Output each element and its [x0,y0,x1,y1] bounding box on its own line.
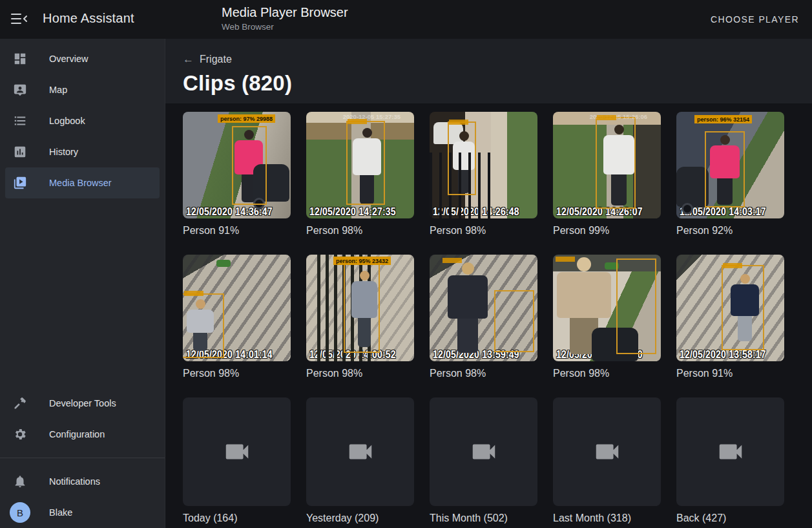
panel-subtitle: Web Browser [222,22,348,32]
clip-tile[interactable]: 2020-12-05 15:26:06 12/05/2020 14:26:07 … [553,112,661,237]
clip-tile[interactable]: person: 96% 32154 12/05/2020 14:03:17 Pe… [676,112,784,237]
clip-caption: Person 98% [183,367,291,380]
detection-bbox [232,126,267,205]
breadcrumb-back-link[interactable]: ← Frigate [183,53,232,66]
detection-label-small [348,119,367,124]
videocam-icon [346,437,375,467]
breadcrumb-label: Frigate [200,54,232,65]
clip-tile[interactable]: 12/05/2020 14:01:14 Person 98% [183,255,291,380]
folder-thumbnail [553,397,661,506]
choose-player-button[interactable]: CHOOSE PLAYER [711,0,799,39]
media-browser-panel: ← Frigate Clips (820) person: 97% 29988 … [165,39,812,528]
person-figure [448,262,488,353]
detection-label-small [184,291,203,296]
media-grid: person: 97% 29988 12/05/2020 14:36:47 Pe… [183,112,812,525]
detection-bbox [346,121,385,205]
folder-tile-last-month[interactable]: Last Month (318) [553,397,661,525]
videocam-icon [469,437,499,467]
sidebar-item-developer-tools[interactable]: Developer Tools [5,388,160,419]
sidebar-item-label: Overview [49,54,88,64]
sidebar-item-history[interactable]: History [5,136,160,167]
folder-tile-this-month[interactable]: This Month (502) [430,397,537,525]
sidebar-item-user-profile[interactable]: B Blake [5,497,160,528]
sidebar-item-map[interactable]: Map [5,74,160,105]
folder-thumbnail [676,397,784,506]
detection-bbox [596,117,636,209]
clip-caption: Person 98% [306,367,414,380]
sidebar-divider [0,458,165,458]
sidebar-toggle-button[interactable] [9,10,28,28]
clip-thumbnail: person: 97% 29988 12/05/2020 14:36:47 [183,112,291,218]
sidebar-item-media-browser[interactable]: Media Browser [5,167,160,198]
avatar: B [10,502,30,523]
sidebar-item-label: Blake [49,507,72,518]
clip-tile[interactable]: person: 97% 29988 12/05/2020 14:36:47 Pe… [183,112,291,237]
detection-label-small [442,258,462,263]
clip-thumbnail: 2020-12-05 15:26:06 12/05/2020 14:26:07 [553,112,661,218]
folder-label: This Month (502) [430,512,537,525]
clip-caption: Person 98% [306,224,414,237]
back-arrow-icon: ← [183,53,194,66]
bell-icon [12,474,28,489]
detection-bbox [344,262,380,353]
sidebar-item-label: Notifications [49,476,100,487]
app-header: Home Assistant Media Player Browser Web … [0,0,812,39]
videocam-icon [222,437,252,467]
sidebar-item-notifications[interactable]: Notifications [5,466,160,497]
detection-label-small [597,115,616,120]
clip-tile[interactable]: 2020-12-05 15:27:35 12/05/2020 14:27:35 … [306,112,414,237]
sidebar-item-label: Map [49,85,67,95]
app-title: Home Assistant [43,11,134,26]
detection-label-small [723,263,742,268]
menu-toggle-icon [10,11,28,26]
folder-label: Today (164) [183,512,291,525]
gear-icon [12,427,28,442]
folder-label: Back (427) [676,512,784,525]
clip-thumbnail: 12/05/2020 13:58:30 [553,255,661,361]
detection-label-small [556,257,575,262]
clip-tile[interactable]: 12/05/2020 14:26:48 Person 98% [430,112,537,237]
folder-tile-yesterday[interactable]: Yesterday (209) [306,397,414,525]
clip-tile[interactable]: 12/05/2020 13:59:49 Person 98% [430,255,537,380]
clip-tile[interactable]: 12/05/2020 13:58:17 Person 91% [676,255,784,380]
sidebar-item-label: Developer Tools [49,398,116,408]
list-bulleted-icon [12,113,28,129]
detection-label: person: 97% 29988 [218,114,275,123]
sidebar-spacer [0,198,165,388]
folder-thumbnail [306,397,414,506]
clip-caption: Person 99% [553,224,661,237]
clip-tile[interactable]: person: 95% 23432 12/05/2020 14:00:52 Pe… [306,255,414,380]
detection-bbox [616,259,656,354]
clip-thumbnail: 12/05/2020 13:59:49 [430,255,537,361]
panel-title: Media Player Browser [222,5,348,20]
sidebar-item-overview[interactable]: Overview [5,43,160,74]
clip-timestamp: 12/05/2020 14:27:35 [309,206,396,217]
detection-bbox [722,265,764,350]
sidebar-item-label: Configuration [49,429,105,439]
sidebar-item-configuration[interactable]: Configuration [5,419,160,450]
videocam-icon [716,437,745,467]
detection-label: person: 96% 32154 [694,115,752,123]
clip-caption: Person 91% [183,224,291,237]
detection-bbox [705,131,745,207]
detection-bbox [448,121,476,195]
clip-thumbnail: 12/05/2020 13:58:17 [676,255,784,361]
sidebar-item-logbook[interactable]: Logbook [5,105,160,136]
folder-tile-back[interactable]: Back (427) [676,397,784,525]
dashboard-icon [12,51,28,67]
hammer-icon [12,396,28,411]
folder-thumbnail [183,397,291,506]
sidebar-item-label: Media Browser [49,178,112,188]
clip-thumbnail: 12/05/2020 14:01:14 [183,255,291,361]
videocam-icon [592,437,622,467]
clip-thumbnail: person: 96% 32154 12/05/2020 14:03:17 [676,112,784,218]
sidebar-item-label: Logbook [49,116,85,126]
clip-caption: Person 91% [676,367,784,380]
clip-tile[interactable]: 12/05/2020 13:58:30 Person 98% [553,255,661,380]
folder-tile-today[interactable]: Today (164) [183,397,291,525]
clip-caption: Person 98% [430,224,537,237]
detection-bbox [494,290,534,352]
clip-thumbnail: 12/05/2020 14:26:48 [430,112,537,218]
media-grid-container: person: 97% 29988 12/05/2020 14:36:47 Pe… [165,103,812,528]
stroller-figure [676,167,709,207]
